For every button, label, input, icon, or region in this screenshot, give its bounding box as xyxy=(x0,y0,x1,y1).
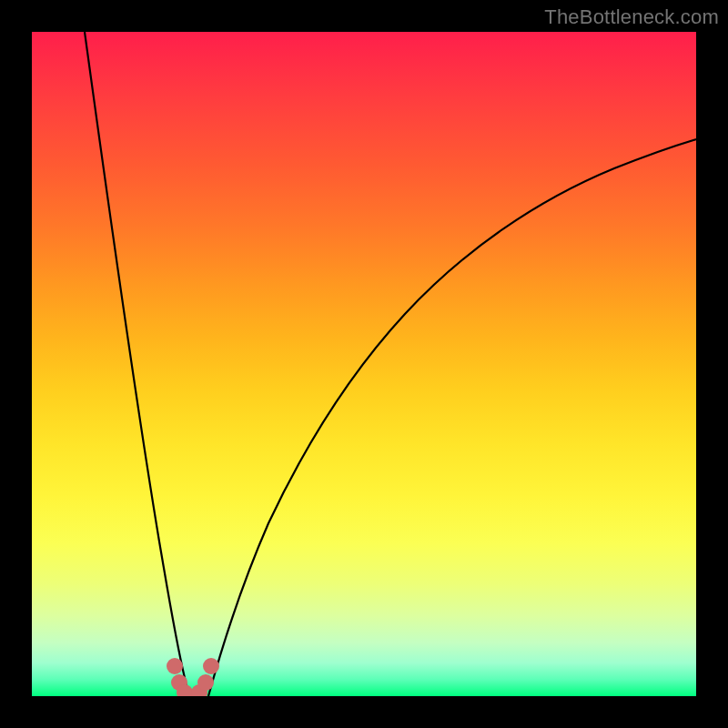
curve-left-branch xyxy=(85,32,188,696)
watermark-text: TheBottleneck.com xyxy=(544,5,719,29)
marker-dot xyxy=(197,674,214,691)
chart-frame: TheBottleneck.com xyxy=(0,0,728,728)
marker-cluster xyxy=(167,658,219,696)
curve-right-branch xyxy=(208,139,696,696)
curve-layer xyxy=(32,32,696,696)
marker-dot xyxy=(167,658,183,674)
marker-dot xyxy=(203,658,219,674)
plot-area xyxy=(32,32,696,696)
